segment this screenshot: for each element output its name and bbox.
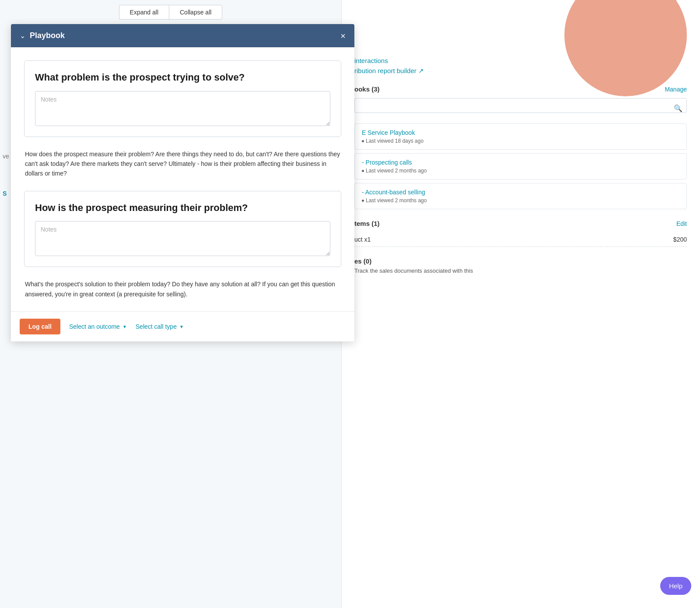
list-item[interactable]: E Service Playbook Last viewed 18 days a… (354, 123, 687, 150)
interactions-link[interactable]: interactions (354, 57, 687, 64)
line-items-title: tems (1) (354, 220, 380, 227)
select-outcome-label: Select an outcome (69, 323, 120, 330)
product-name: uct x1 (354, 236, 371, 243)
playbook-item-title-0: E Service Playbook (362, 129, 679, 136)
dot-icon-0 (362, 140, 364, 142)
playbook-title: Playbook (30, 31, 65, 40)
right-panel-inner: interactions ribution report builder ↗ o… (341, 0, 700, 293)
log-call-button[interactable]: Log call (20, 319, 60, 334)
question-title-2: How is the prospect measuring their prob… (35, 202, 330, 214)
playbook-chevron-icon: ⌄ (20, 32, 25, 40)
playbook-item-title-2: - Account-based selling (362, 189, 679, 196)
left-partial-ve: ve (0, 151, 12, 162)
question-title-1: What problem is the prospect trying to s… (35, 71, 330, 84)
manage-playbooks-button[interactable]: Manage (665, 86, 687, 93)
playbook-item-meta-text-0: Last viewed 18 days ago (366, 138, 424, 144)
playbooks-section: ooks (3) Manage 🔍 E Service Playbook Las… (354, 85, 687, 209)
select-call-type-label: Select call type (136, 323, 177, 330)
dot-icon-2 (362, 200, 364, 202)
select-call-type-chevron-icon: ▼ (179, 324, 184, 329)
dot-icon-1 (362, 170, 364, 172)
expand-all-button[interactable]: Expand all (119, 5, 169, 20)
left-partial-s: S (0, 188, 9, 199)
help-button[interactable]: Help (660, 577, 691, 595)
list-item[interactable]: - Account-based selling Last viewed 2 mo… (354, 183, 687, 209)
notes-textarea-1[interactable] (35, 91, 330, 126)
playbooks-search-wrapper: 🔍 (354, 98, 687, 118)
playbooks-search-input[interactable] (354, 98, 687, 113)
line-items-section: tems (1) Edit uct x1 $200 (354, 220, 687, 247)
select-outcome-chevron-icon: ▼ (122, 324, 127, 329)
collapse-all-button[interactable]: Collapse all (169, 5, 222, 20)
interactions-section: interactions ribution report builder ↗ (354, 57, 687, 75)
line-items-header: tems (1) Edit (354, 220, 687, 227)
playbook-item-meta-2: Last viewed 2 months ago (362, 197, 679, 204)
product-price: $200 (673, 236, 687, 243)
description-text-2: What's the prospect's solution to their … (24, 279, 341, 299)
playbook-header-left: ⌄ Playbook (20, 31, 65, 40)
playbook-close-button[interactable]: × (340, 32, 346, 40)
question-card-2: How is the prospect measuring their prob… (24, 191, 341, 267)
playbooks-header: ooks (3) Manage (354, 85, 687, 93)
playbook-item-meta-text-2: Last viewed 2 months ago (366, 197, 427, 204)
product-row: uct x1 $200 (354, 232, 687, 247)
playbook-panel: ⌄ Playbook × What problem is the prospec… (11, 24, 354, 341)
playbook-header: ⌄ Playbook × (11, 24, 354, 47)
select-call-type-button[interactable]: Select call type ▼ (136, 323, 184, 330)
playbook-item-meta-1: Last viewed 2 months ago (362, 168, 679, 174)
playbook-body: What problem is the prospect trying to s… (11, 47, 354, 311)
playbook-item-meta-0: Last viewed 18 days ago (362, 138, 679, 144)
right-notes-section: es (0) Track the sales documents associa… (354, 257, 687, 274)
description-text-1: How does the prospect measure their prob… (24, 149, 341, 179)
playbook-item-title-1: - Prospecting calls (362, 159, 679, 166)
search-icon: 🔍 (674, 104, 682, 112)
attribution-link[interactable]: ribution report builder ↗ (354, 67, 687, 75)
notes-section-title: es (0) (354, 257, 687, 265)
edit-line-items-button[interactable]: Edit (676, 220, 687, 227)
list-item[interactable]: - Prospecting calls Last viewed 2 months… (354, 153, 687, 179)
playbook-footer: Log call Select an outcome ▼ Select call… (11, 311, 354, 341)
question-card-1: What problem is the prospect trying to s… (24, 60, 341, 137)
playbook-item-meta-text-1: Last viewed 2 months ago (366, 168, 427, 174)
notes-section-description: Track the sales documents associated wit… (354, 267, 687, 274)
playbooks-section-title: ooks (3) (354, 85, 380, 93)
notes-textarea-2[interactable] (35, 221, 330, 256)
top-toolbar: Expand all Collapse all (0, 0, 341, 24)
select-outcome-button[interactable]: Select an outcome ▼ (69, 323, 127, 330)
